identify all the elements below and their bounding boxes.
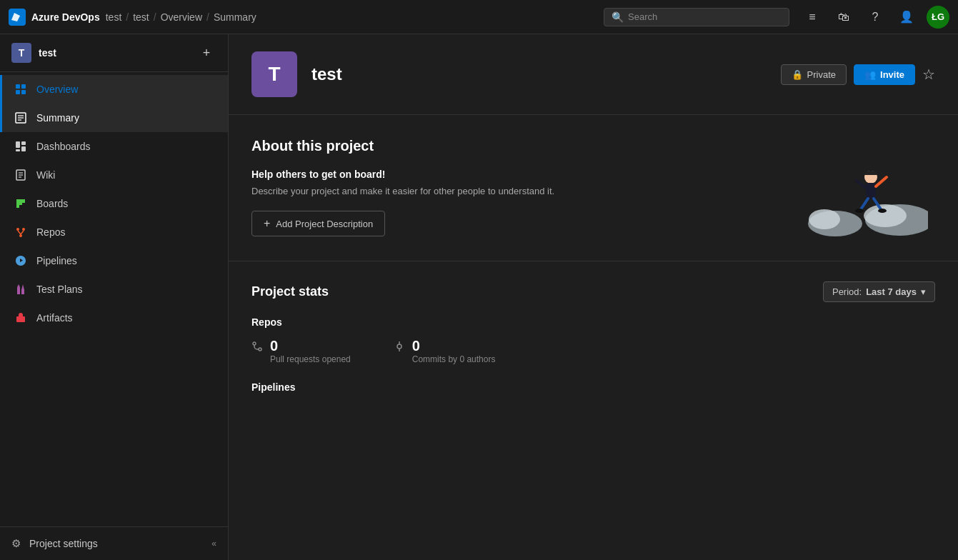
svg-rect-12	[21, 146, 26, 151]
svg-point-36	[878, 209, 887, 213]
sidebar-item-wiki[interactable]: Wiki	[0, 161, 228, 189]
sidebar-item-wiki-label: Wiki	[36, 169, 55, 181]
svg-point-28	[864, 204, 907, 227]
sidebar-item-boards-label: Boards	[36, 198, 68, 209]
main-content: T test 🔒 Private 👥 Invite ☆ About this p…	[229, 34, 958, 560]
top-navigation: Azure DevOps test / test / Overview / Su…	[0, 0, 958, 34]
sidebar-item-repos[interactable]: Repos	[0, 218, 228, 246]
svg-rect-23	[21, 289, 24, 294]
commit-icon	[394, 341, 405, 354]
about-title: About this project	[251, 138, 778, 154]
breadcrumb-org[interactable]: test	[106, 11, 122, 23]
user-settings-icon[interactable]: 👤	[895, 6, 918, 29]
sidebar-item-overview-label: Overview	[36, 84, 78, 95]
svg-point-26	[809, 209, 840, 229]
plus-icon: +	[264, 217, 270, 230]
sidebar-item-summary[interactable]: Summary	[0, 104, 228, 132]
project-title: test	[311, 64, 342, 84]
period-dropdown[interactable]: Period: Last 7 days ▾	[823, 281, 935, 302]
sidebar-item-summary-label: Summary	[36, 112, 79, 124]
pull-requests-label: Pull requests opened	[270, 354, 351, 364]
stats-section: Project stats Period: Last 7 days ▾ Repo…	[229, 261, 958, 413]
svg-line-32	[876, 177, 887, 186]
settings-icon[interactable]: ≡	[801, 6, 824, 29]
svg-rect-4	[21, 90, 26, 94]
app-name: Azure DevOps	[31, 11, 100, 23]
sidebar-item-pipelines[interactable]: Pipelines	[0, 246, 228, 275]
repos-icon	[14, 225, 28, 239]
azure-devops-logo-icon	[9, 9, 26, 26]
svg-line-20	[18, 231, 21, 234]
collapse-icon[interactable]: «	[211, 539, 216, 549]
svg-rect-10	[21, 141, 26, 145]
sidebar-item-repos-label: Repos	[36, 226, 65, 238]
svg-rect-11	[16, 149, 20, 151]
sidebar: T test + Overview Summary Da	[0, 34, 229, 560]
svg-point-38	[259, 348, 261, 351]
summary-icon	[14, 111, 28, 125]
repos-section-title: Repos	[251, 316, 935, 328]
overview-icon	[14, 82, 28, 96]
invite-icon: 👥	[864, 69, 876, 80]
add-description-button[interactable]: + Add Project Description	[251, 211, 385, 236]
sidebar-footer: ⚙ Project settings «	[0, 526, 228, 560]
about-help-title: Help others to get on board!	[251, 169, 778, 180]
sidebar-item-dashboards-label: Dashboards	[36, 141, 91, 152]
stats-title: Project stats	[251, 284, 823, 299]
svg-rect-3	[16, 90, 20, 94]
project-header: T test 🔒 Private 👥 Invite ☆	[229, 34, 958, 115]
pull-request-icon	[251, 341, 263, 354]
user-avatar[interactable]: ŁG	[927, 6, 949, 29]
svg-point-19	[19, 234, 22, 237]
project-header-actions: 🔒 Private 👥 Invite ☆	[781, 64, 935, 85]
about-content: About this project Help others to get on…	[251, 138, 778, 236]
private-button[interactable]: 🔒 Private	[781, 64, 847, 85]
svg-point-35	[855, 209, 864, 213]
artifacts-icon	[14, 311, 28, 325]
sidebar-item-testplans[interactable]: Test Plans	[0, 275, 228, 304]
svg-rect-24	[16, 316, 25, 322]
lock-icon: 🔒	[792, 69, 803, 80]
search-input[interactable]	[628, 11, 782, 22]
app-logo[interactable]: Azure DevOps	[9, 9, 100, 26]
search-icon: 🔍	[612, 11, 624, 23]
svg-point-18	[22, 228, 25, 231]
sidebar-nav: Overview Summary Dashboards Wiki	[0, 72, 228, 526]
dashboards-icon	[14, 139, 28, 154]
help-icon[interactable]: ?	[864, 6, 887, 29]
about-help-desc: Describe your project and make it easier…	[251, 186, 778, 196]
project-avatar: T	[251, 51, 297, 97]
sidebar-item-dashboards[interactable]: Dashboards	[0, 132, 228, 161]
invite-button[interactable]: 👥 Invite	[854, 64, 915, 85]
about-section: About this project Help others to get on…	[229, 115, 958, 261]
favorite-button[interactable]: ☆	[922, 66, 935, 83]
add-project-button[interactable]: +	[196, 43, 216, 63]
svg-rect-30	[866, 183, 876, 199]
search-container[interactable]: 🔍	[604, 8, 789, 26]
svg-line-21	[21, 231, 24, 234]
pull-requests-stat: 0 Pull requests opened	[251, 338, 351, 364]
sidebar-item-overview[interactable]: Overview	[0, 75, 228, 104]
project-icon: T	[11, 43, 31, 63]
commits-stat: 0 Commits by 0 authors	[394, 338, 496, 364]
breadcrumb: test / test / Overview / Summary	[106, 11, 256, 23]
sidebar-item-boards[interactable]: Boards	[0, 189, 228, 218]
main-layout: T test + Overview Summary Da	[0, 34, 958, 560]
stats-header: Project stats Period: Last 7 days ▾	[251, 281, 935, 302]
breadcrumb-section[interactable]: Overview	[161, 11, 202, 23]
pipelines-icon	[14, 254, 28, 268]
svg-rect-2	[21, 84, 26, 89]
svg-point-37	[253, 342, 256, 345]
breadcrumb-project[interactable]: test	[133, 11, 149, 23]
sidebar-item-testplans-label: Test Plans	[36, 284, 83, 295]
project-name: test	[39, 47, 189, 59]
period-value: Last 7 days	[866, 286, 917, 297]
topnav-icons: ≡ 🛍 ? 👤 ŁG	[801, 6, 949, 29]
testplans-icon	[14, 282, 28, 296]
breadcrumb-page: Summary	[214, 11, 256, 23]
svg-rect-1	[16, 84, 20, 89]
sidebar-item-artifacts[interactable]: Artifacts	[0, 304, 228, 332]
period-label: Period:	[832, 286, 862, 297]
project-settings-item[interactable]: ⚙ Project settings «	[0, 530, 228, 557]
shopping-bag-icon[interactable]: 🛍	[832, 6, 855, 29]
